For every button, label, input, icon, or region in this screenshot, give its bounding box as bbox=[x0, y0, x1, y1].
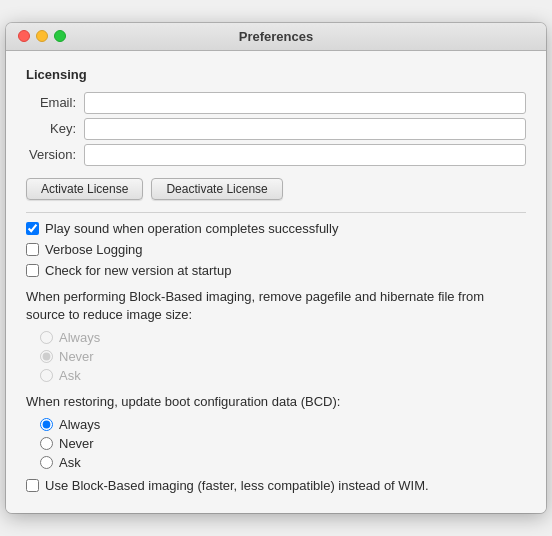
bcd-ask-label: Ask bbox=[59, 455, 81, 470]
licensing-header: Licensing bbox=[26, 67, 526, 82]
version-row: Version: bbox=[26, 144, 526, 166]
window-controls bbox=[18, 30, 66, 42]
play-sound-checkbox[interactable] bbox=[26, 222, 39, 235]
bcd-ask-row: Ask bbox=[40, 455, 526, 470]
key-input[interactable] bbox=[84, 118, 526, 140]
maximize-button[interactable] bbox=[54, 30, 66, 42]
bcd-never-row: Never bbox=[40, 436, 526, 451]
deactivate-license-button[interactable]: Deactivate License bbox=[151, 178, 282, 200]
block-never-row: Never bbox=[40, 349, 526, 364]
bcd-ask-radio[interactable] bbox=[40, 456, 53, 469]
block-based-wim-row: Use Block-Based imaging (faster, less co… bbox=[26, 478, 526, 493]
version-input[interactable] bbox=[84, 144, 526, 166]
window-title: Preferences bbox=[239, 29, 313, 44]
block-never-label: Never bbox=[59, 349, 94, 364]
block-always-row: Always bbox=[40, 330, 526, 345]
email-label: Email: bbox=[26, 95, 84, 110]
bcd-always-radio[interactable] bbox=[40, 418, 53, 431]
check-version-checkbox[interactable] bbox=[26, 264, 39, 277]
bcd-always-row: Always bbox=[40, 417, 526, 432]
verbose-logging-checkbox[interactable] bbox=[26, 243, 39, 256]
block-ask-row: Ask bbox=[40, 368, 526, 383]
block-ask-label: Ask bbox=[59, 368, 81, 383]
activate-license-button[interactable]: Activate License bbox=[26, 178, 143, 200]
bcd-always-label: Always bbox=[59, 417, 100, 432]
minimize-button[interactable] bbox=[36, 30, 48, 42]
bcd-description: When restoring, update boot configuratio… bbox=[26, 393, 526, 411]
titlebar: Preferences bbox=[6, 23, 546, 51]
block-imaging-description: When performing Block-Based imaging, rem… bbox=[26, 288, 526, 324]
bcd-never-radio[interactable] bbox=[40, 437, 53, 450]
block-always-label: Always bbox=[59, 330, 100, 345]
verbose-logging-label: Verbose Logging bbox=[45, 242, 143, 257]
block-always-radio[interactable] bbox=[40, 331, 53, 344]
block-imaging-radio-group: Always Never Ask bbox=[40, 330, 526, 383]
verbose-logging-row: Verbose Logging bbox=[26, 242, 526, 257]
close-button[interactable] bbox=[18, 30, 30, 42]
bcd-never-label: Never bbox=[59, 436, 94, 451]
block-ask-radio[interactable] bbox=[40, 369, 53, 382]
block-never-radio[interactable] bbox=[40, 350, 53, 363]
play-sound-row: Play sound when operation completes succ… bbox=[26, 221, 526, 236]
email-input[interactable] bbox=[84, 92, 526, 114]
license-buttons: Activate License Deactivate License bbox=[26, 178, 526, 200]
check-version-row: Check for new version at startup bbox=[26, 263, 526, 278]
content-area: Licensing Email: Key: Version: Activate … bbox=[6, 51, 546, 514]
key-label: Key: bbox=[26, 121, 84, 136]
check-version-label: Check for new version at startup bbox=[45, 263, 231, 278]
block-based-wim-label: Use Block-Based imaging (faster, less co… bbox=[45, 478, 429, 493]
bcd-radio-group: Always Never Ask bbox=[40, 417, 526, 470]
version-label: Version: bbox=[26, 147, 84, 162]
block-based-wim-checkbox[interactable] bbox=[26, 479, 39, 492]
preferences-window: Preferences Licensing Email: Key: Versio… bbox=[6, 23, 546, 514]
email-row: Email: bbox=[26, 92, 526, 114]
key-row: Key: bbox=[26, 118, 526, 140]
play-sound-label: Play sound when operation completes succ… bbox=[45, 221, 338, 236]
divider-1 bbox=[26, 212, 526, 213]
